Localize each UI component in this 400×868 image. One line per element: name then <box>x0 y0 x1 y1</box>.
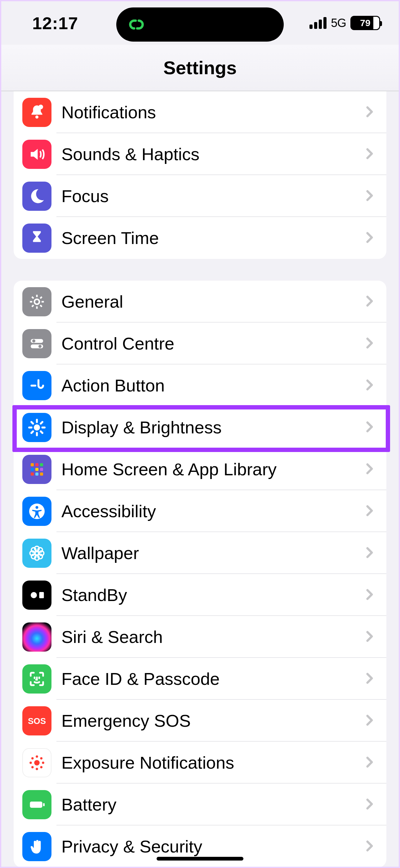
settings-group: NotificationsSounds & HapticsFocusScreen… <box>14 91 386 259</box>
chevron-right-icon <box>365 421 374 434</box>
settings-row-label: Notifications <box>61 102 365 122</box>
settings-row-screen-time[interactable]: Screen Time <box>14 217 386 259</box>
settings-row-label: Accessibility <box>61 501 365 521</box>
settings-row-label: Sounds & Haptics <box>61 144 365 164</box>
chevron-right-icon <box>365 231 374 245</box>
chevron-right-icon <box>365 714 374 727</box>
bell-badge-icon <box>22 98 52 127</box>
settings-row-label: Control Centre <box>61 333 365 353</box>
chevron-right-icon <box>365 589 374 602</box>
settings-row-wallpaper[interactable]: Wallpaper <box>14 532 386 574</box>
settings-row-exposure[interactable]: Exposure Notifications <box>14 742 386 783</box>
faceid-icon <box>22 664 52 693</box>
settings-row-label: Focus <box>61 186 365 206</box>
standby-icon <box>22 581 52 610</box>
battery-full-icon <box>22 790 52 819</box>
navigation-bar: Settings <box>1 45 399 91</box>
siri-icon <box>22 622 52 652</box>
exposure-icon <box>22 748 52 777</box>
moon-icon <box>22 182 52 211</box>
dynamic-island[interactable] <box>116 7 284 41</box>
gear-icon <box>22 287 52 316</box>
link-activity-icon <box>125 13 148 36</box>
settings-row-focus[interactable]: Focus <box>14 175 386 217</box>
settings-row-action-button[interactable]: Action Button <box>14 365 386 406</box>
settings-row-label: Wallpaper <box>61 543 365 563</box>
chevron-right-icon <box>365 295 374 308</box>
settings-row-label: StandBy <box>61 585 365 605</box>
settings-row-display-brightness[interactable]: Display & Brightness <box>14 406 386 448</box>
settings-row-label: Action Button <box>61 375 365 396</box>
apps-grid-icon <box>22 455 52 484</box>
cellular-signal-icon <box>309 17 327 29</box>
settings-row-label: Emergency SOS <box>61 711 365 731</box>
chevron-right-icon <box>365 463 374 476</box>
status-bar: 12:17 5G 79 <box>1 1 399 45</box>
settings-group: GeneralControl CentreAction ButtonDispla… <box>14 281 386 867</box>
settings-row-general[interactable]: General <box>14 281 386 322</box>
settings-row-label: Privacy & Security <box>61 836 365 857</box>
chevron-right-icon <box>365 337 374 350</box>
settings-row-home-screen[interactable]: Home Screen & App Library <box>14 448 386 490</box>
settings-row-accessibility[interactable]: Accessibility <box>14 490 386 532</box>
chevron-right-icon <box>365 673 374 685</box>
chevron-right-icon <box>365 840 374 853</box>
chevron-right-icon <box>365 798 374 811</box>
sun-icon <box>22 413 52 442</box>
page-title: Settings <box>163 57 237 79</box>
settings-row-siri-search[interactable]: Siri & Search <box>14 616 386 658</box>
chevron-right-icon <box>365 379 374 392</box>
settings-row-standby[interactable]: StandBy <box>14 574 386 616</box>
chevron-right-icon <box>365 190 374 203</box>
chevron-right-icon <box>365 148 374 161</box>
settings-row-notifications[interactable]: Notifications <box>14 91 386 133</box>
settings-row-battery[interactable]: Battery <box>14 783 386 826</box>
flower-icon <box>22 538 52 568</box>
battery-percent: 79 <box>360 18 370 28</box>
settings-row-label: Screen Time <box>61 228 365 248</box>
status-time: 12:17 <box>32 13 78 33</box>
speaker-wave-icon <box>22 140 52 169</box>
chevron-right-icon <box>365 106 374 119</box>
settings-row-control-centre[interactable]: Control Centre <box>14 322 386 365</box>
toggles-icon <box>22 329 52 358</box>
network-type: 5G <box>331 17 346 30</box>
settings-row-privacy[interactable]: Privacy & Security <box>14 826 386 867</box>
chevron-right-icon <box>365 505 374 518</box>
chevron-right-icon <box>365 630 374 644</box>
settings-row-sounds-haptics[interactable]: Sounds & Haptics <box>14 133 386 175</box>
settings-row-label: General <box>61 291 365 312</box>
settings-row-label: Exposure Notifications <box>61 752 365 773</box>
sos-icon <box>22 706 52 736</box>
chevron-right-icon <box>365 547 374 560</box>
status-right: 5G 79 <box>309 16 380 30</box>
home-indicator[interactable] <box>157 857 243 861</box>
settings-row-label: Battery <box>61 795 365 815</box>
settings-row-face-id[interactable]: Face ID & Passcode <box>14 658 386 700</box>
action-button-icon <box>22 371 52 400</box>
accessibility-icon <box>22 497 52 526</box>
settings-row-label: Home Screen & App Library <box>61 459 365 479</box>
hand-icon <box>22 832 52 861</box>
settings-row-label: Siri & Search <box>61 627 365 647</box>
settings-row-emergency-sos[interactable]: Emergency SOS <box>14 700 386 742</box>
settings-row-label: Display & Brightness <box>61 417 365 437</box>
settings-row-label: Face ID & Passcode <box>61 669 365 689</box>
chevron-right-icon <box>365 756 374 769</box>
hourglass-icon <box>22 223 52 253</box>
battery-icon: 79 <box>351 16 380 30</box>
